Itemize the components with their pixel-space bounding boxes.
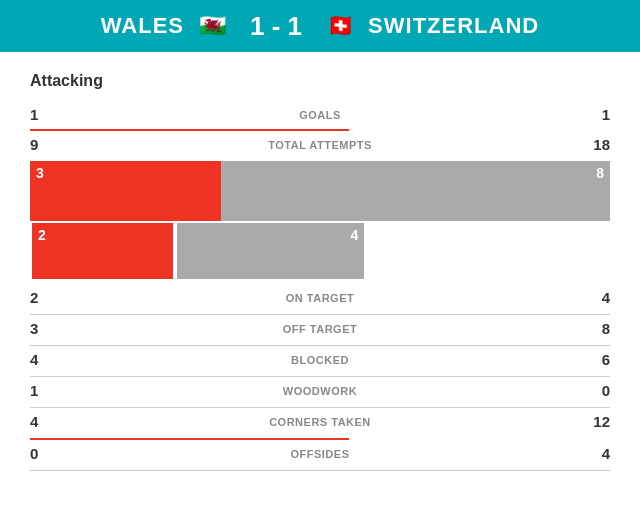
corners-divider xyxy=(30,438,349,440)
offsides-left: 0 xyxy=(30,445,70,462)
off-target-right: 8 xyxy=(570,320,610,337)
inner-spacer xyxy=(366,221,610,281)
section-title: Attacking xyxy=(30,72,610,90)
blocked-right: 6 xyxy=(570,351,610,368)
team1-name: WALES xyxy=(101,13,184,39)
total-attempts-right: 18 xyxy=(570,136,610,153)
corners-row: 4 CORNERS TAKEN 12 xyxy=(30,413,610,430)
goals-right: 1 xyxy=(570,106,610,123)
blocked-label: BLOCKED xyxy=(70,354,570,366)
offsides-label: OFFSIDES xyxy=(70,448,570,460)
outer-right-value: 8 xyxy=(596,165,604,181)
team2-flag: 🇨🇭 xyxy=(324,10,356,42)
on-target-label: ON TARGET xyxy=(70,292,570,304)
on-target-right: 4 xyxy=(570,289,610,306)
offsides-row: 0 OFFSIDES 4 xyxy=(30,445,610,462)
corners-left: 4 xyxy=(30,413,70,430)
blocked-row: 4 BLOCKED 6 xyxy=(30,351,610,368)
inner-right-value: 4 xyxy=(351,227,359,243)
stats-content: Attacking 1 GOALS 1 9 TOTAL ATTEMPTS 18 … xyxy=(0,52,640,496)
off-target-row: 3 OFF TARGET 8 xyxy=(30,320,610,337)
total-attempts-left: 9 xyxy=(30,136,70,153)
attempts-chart: 3 8 2 4 xyxy=(30,161,610,281)
inner-bar-right: 4 xyxy=(175,221,366,281)
match-score: 1 - 1 xyxy=(250,11,302,42)
corners-right: 12 xyxy=(570,413,610,430)
blocked-divider xyxy=(30,376,610,377)
woodwork-divider xyxy=(30,407,610,408)
woodwork-right: 0 xyxy=(570,382,610,399)
outer-bar-left: 3 xyxy=(30,161,221,221)
inner-left-value: 2 xyxy=(38,227,46,243)
offsides-divider xyxy=(30,470,610,471)
goals-divider xyxy=(30,129,349,131)
total-attempts-label: TOTAL ATTEMPTS xyxy=(70,139,570,151)
goals-left: 1 xyxy=(30,106,70,123)
team2-name: SWITZERLAND xyxy=(368,13,539,39)
woodwork-left: 1 xyxy=(30,382,70,399)
on-target-left: 2 xyxy=(30,289,70,306)
outer-bar-row: 3 8 xyxy=(30,161,610,221)
woodwork-label: WOODWORK xyxy=(70,385,570,397)
outer-bar-right: 8 xyxy=(221,161,610,221)
inner-bar-left: 2 xyxy=(30,221,175,281)
corners-label: CORNERS TAKEN xyxy=(70,416,570,428)
on-target-divider xyxy=(30,314,610,315)
match-header: WALES 🏴󠁧󠁢󠁷󠁬󠁳󠁿 1 - 1 🇨🇭 SWITZERLAND xyxy=(0,0,640,52)
blocked-left: 4 xyxy=(30,351,70,368)
inner-bar-row: 2 4 xyxy=(30,221,610,281)
off-target-left: 3 xyxy=(30,320,70,337)
on-target-row: 2 ON TARGET 4 xyxy=(30,289,610,306)
offsides-right: 4 xyxy=(570,445,610,462)
outer-left-value: 3 xyxy=(36,165,44,181)
goals-label: GOALS xyxy=(70,109,570,121)
off-target-divider xyxy=(30,345,610,346)
woodwork-row: 1 WOODWORK 0 xyxy=(30,382,610,399)
off-target-label: OFF TARGET xyxy=(70,323,570,335)
goals-row: 1 GOALS 1 xyxy=(30,106,610,123)
team1-flag: 🏴󠁧󠁢󠁷󠁬󠁳󠁿 xyxy=(196,10,228,42)
total-attempts-row: 9 TOTAL ATTEMPTS 18 xyxy=(30,136,610,153)
